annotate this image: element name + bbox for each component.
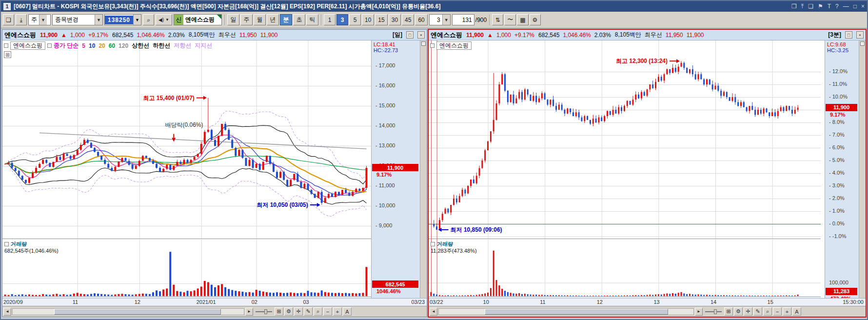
close-icon[interactable]: × (861, 3, 865, 10)
grid-icon[interactable]: ⊞ (275, 307, 283, 316)
zoom-out-button[interactable]: − (323, 307, 332, 316)
zoom-out-button[interactable]: − (773, 307, 782, 316)
crosshair-icon[interactable]: ✛ (294, 307, 303, 316)
legend-item[interactable]: 5 (82, 42, 85, 49)
text-tool-icon[interactable]: T (828, 3, 831, 10)
voice-button[interactable]: ◀)▼ (156, 14, 172, 25)
stock-tab[interactable]: 엔에스쇼핑 (436, 41, 472, 50)
interval-button-1[interactable]: 1 (324, 14, 335, 25)
legend-toggle-box[interactable] (4, 242, 9, 246)
interval-button-15[interactable]: 15 (375, 14, 387, 25)
stock-tab[interactable]: 엔에스쇼핑 (10, 41, 45, 50)
scroll-left-button[interactable]: ◄ (430, 308, 437, 316)
restore-button[interactable]: □ (845, 31, 852, 39)
legend-item[interactable]: 상한선 (132, 41, 149, 50)
daily-chart-body[interactable]: 최고 15,400 (01/07)배당락(0.06%)최저 10,050 (03… (2, 40, 427, 317)
timeframe-button-틱[interactable]: 틱 (306, 14, 318, 25)
restore-button[interactable]: □ (406, 31, 414, 39)
search-button[interactable]: ⌕ (143, 14, 154, 25)
chevron-down-icon[interactable]: ▼ (95, 15, 102, 25)
pen-icon[interactable]: ✎ (753, 307, 762, 316)
pin-top-icon[interactable]: ⤒ (801, 3, 804, 10)
stock-change-combo[interactable]: 종목변경▼ (52, 14, 103, 25)
timeframe-button-일[interactable]: 일 (227, 14, 239, 25)
timeframe-button-분[interactable]: 분 (280, 14, 292, 25)
chevron-down-icon[interactable]: ▼ (133, 15, 141, 25)
legend-toggle-box[interactable] (4, 43, 8, 48)
interval-button-5[interactable]: 5 (349, 14, 361, 25)
data-grid-icon[interactable]: ⊞ (4, 51, 11, 58)
legend-item[interactable]: 하한선 (153, 41, 170, 50)
stock-code-input[interactable]: 138250▼ (104, 14, 141, 25)
legend-item[interactable]: 종가 단순 (54, 41, 79, 50)
legend-item[interactable]: 10 (89, 42, 95, 49)
minute-chart-body[interactable]: 최고 12,300 (13:24)최저 10,850 (09:06)엔에스쇼핑거… (429, 40, 866, 317)
settings-button[interactable]: ⚙ (530, 14, 541, 25)
interval-button-3[interactable]: 3 (336, 14, 348, 25)
scrollbar-thumb[interactable] (485, 309, 668, 315)
zoom-in-button[interactable]: + (333, 307, 342, 316)
crosshair-icon[interactable]: ✛ (744, 307, 752, 316)
zoom-slider[interactable] (705, 309, 722, 315)
scrollbar-track[interactable] (12, 308, 244, 315)
interval-button-10[interactable]: 10 (362, 14, 374, 25)
chevron-down-icon[interactable]: ▼ (442, 15, 450, 25)
gear-icon[interactable]: ⚙ (734, 307, 743, 316)
load-button[interactable]: ⤓ (16, 14, 27, 25)
legend-item[interactable]: 20 (99, 42, 105, 49)
interval-button-30[interactable]: 30 (389, 14, 401, 25)
grid-icon[interactable]: ⊞ (724, 307, 733, 316)
minimize-icon[interactable]: — (843, 3, 849, 10)
period-combo[interactable]: 주▼ (28, 14, 51, 25)
zoom-slider[interactable] (256, 309, 272, 315)
save-button[interactable]: ▦ (517, 14, 528, 25)
zoom-tool-icon[interactable]: ⌕ (314, 307, 322, 316)
3min-chart-svg[interactable]: 최고 12,300 (13:24)최저 10,850 (09:06) (429, 40, 821, 299)
interval-button-60[interactable]: 60 (415, 14, 427, 25)
zoom-in-button[interactable]: + (783, 307, 791, 316)
pin-icon[interactable]: ⚑ (818, 3, 823, 10)
bar-count-input[interactable]: 131 (452, 14, 474, 25)
stock-name-box[interactable]: 신 엔에스쇼핑 (174, 14, 222, 25)
close-button[interactable]: × (417, 31, 425, 39)
interval-button-45[interactable]: 45 (402, 14, 414, 25)
y-tick-label: - -1.0% (829, 233, 846, 239)
scroll-right-button[interactable]: ► (695, 308, 703, 316)
popout-icon[interactable]: ❐ (791, 3, 797, 10)
timeframe-button-주[interactable]: 주 (240, 14, 253, 25)
pen-icon[interactable]: ✎ (304, 307, 313, 316)
maximize-icon[interactable]: □ (853, 3, 857, 10)
zoom-tool-icon[interactable]: ⌕ (763, 307, 772, 316)
scroll-right-button[interactable]: ► (245, 308, 253, 316)
scrollbar-track[interactable] (438, 308, 694, 315)
daily-chart-svg[interactable]: 최고 15,400 (01/07)배당락(0.06%)최저 10,050 (03… (2, 40, 371, 299)
zoom-slider-handle[interactable] (714, 309, 717, 314)
gear-icon[interactable]: ⚙ (284, 307, 293, 316)
minute-count-combo[interactable]: 3▼ (429, 14, 451, 25)
auto-scale-button[interactable]: A (792, 307, 801, 316)
legend-toggle-box[interactable] (47, 43, 52, 48)
collapse-icon[interactable] (860, 41, 865, 46)
legend-toggle-box[interactable] (431, 242, 435, 246)
legend-item[interactable]: 저항선 (174, 41, 191, 50)
auto-scale-button[interactable]: A (343, 307, 352, 316)
close-button[interactable]: × (856, 31, 864, 39)
trendline-button[interactable]: 〜 (504, 14, 516, 25)
timeframe-button-년[interactable]: 년 (267, 14, 279, 25)
compare-button[interactable]: ⇅ (492, 14, 503, 25)
timeframe-button-월[interactable]: 월 (254, 14, 266, 25)
chevron-down-icon[interactable]: ▼ (39, 15, 47, 25)
zoom-slider-handle[interactable] (264, 309, 267, 314)
duplicate-icon[interactable]: ❏ (808, 3, 813, 10)
chart-window-button[interactable]: ❏ (3, 14, 14, 25)
legend-toggle-box[interactable] (430, 43, 434, 48)
scroll-left-button[interactable]: ◄ (3, 308, 11, 316)
legend-item[interactable]: 지지선 (195, 41, 212, 50)
help-icon[interactable]: ? (835, 3, 839, 10)
scrollbar-thumb[interactable] (54, 309, 220, 315)
legend-item[interactable]: 120 (118, 42, 128, 49)
timeframe-button-초[interactable]: 초 (293, 14, 305, 25)
y-tick-label: - 11.0% (829, 81, 847, 87)
legend-item[interactable]: 60 (109, 42, 115, 49)
collapse-icon[interactable] (421, 41, 426, 46)
